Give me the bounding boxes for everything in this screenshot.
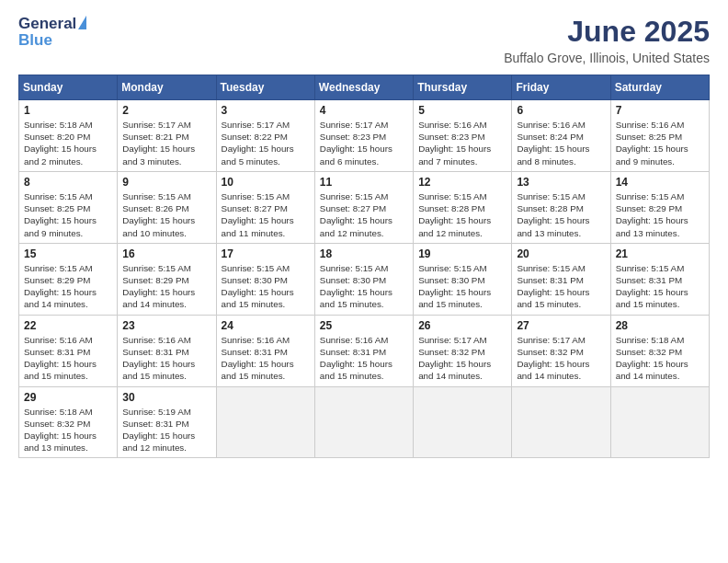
calendar-header-row: Sunday Monday Tuesday Wednesday Thursday…	[19, 75, 710, 100]
table-row: 8Sunrise: 5:15 AMSunset: 8:25 PMDaylight…	[19, 171, 118, 243]
header: General Blue June 2025 Buffalo Grove, Il…	[18, 15, 710, 65]
col-sunday: Sunday	[19, 75, 118, 100]
day-info: Sunrise: 5:17 AMSunset: 8:21 PMDaylight:…	[122, 119, 210, 167]
day-number: 25	[320, 319, 408, 332]
day-number: 26	[418, 319, 506, 332]
day-number: 6	[517, 104, 605, 117]
day-number: 27	[517, 319, 605, 332]
table-row: 12Sunrise: 5:15 AMSunset: 8:28 PMDayligh…	[414, 171, 512, 243]
table-row: 9Sunrise: 5:15 AMSunset: 8:26 PMDaylight…	[118, 171, 216, 243]
day-info: Sunrise: 5:15 AMSunset: 8:27 PMDaylight:…	[320, 190, 408, 239]
logo-general-text: General	[18, 15, 76, 33]
day-info: Sunrise: 5:15 AMSunset: 8:28 PMDaylight:…	[517, 190, 605, 239]
day-number: 22	[24, 319, 112, 332]
col-tuesday: Tuesday	[216, 75, 314, 100]
day-number: 17	[222, 247, 310, 260]
table-row: 13Sunrise: 5:15 AMSunset: 8:28 PMDayligh…	[512, 171, 610, 243]
day-number: 24	[222, 319, 310, 332]
table-row: 6Sunrise: 5:16 AMSunset: 8:24 PMDaylight…	[512, 100, 610, 172]
table-row: 23Sunrise: 5:16 AMSunset: 8:31 PMDayligh…	[118, 315, 216, 386]
table-row: 29Sunrise: 5:18 AMSunset: 8:32 PMDayligh…	[19, 386, 118, 458]
table-row	[414, 386, 512, 458]
day-number: 13	[517, 176, 605, 189]
day-info: Sunrise: 5:15 AMSunset: 8:30 PMDaylight:…	[222, 262, 310, 311]
day-info: Sunrise: 5:16 AMSunset: 8:31 PMDaylight:…	[222, 334, 310, 383]
day-number: 10	[222, 176, 310, 189]
title-block: June 2025 Buffalo Grove, Illinois, Unite…	[504, 15, 710, 65]
table-row	[610, 386, 709, 458]
day-info: Sunrise: 5:15 AMSunset: 8:29 PMDaylight:…	[24, 262, 112, 311]
table-row: 28Sunrise: 5:18 AMSunset: 8:32 PMDayligh…	[610, 315, 709, 386]
day-info: Sunrise: 5:17 AMSunset: 8:32 PMDaylight:…	[517, 334, 605, 383]
day-number: 12	[418, 176, 506, 189]
table-row: 22Sunrise: 5:16 AMSunset: 8:31 PMDayligh…	[19, 315, 118, 386]
day-info: Sunrise: 5:15 AMSunset: 8:25 PMDaylight:…	[24, 190, 112, 239]
logo-triangle-icon	[78, 16, 86, 29]
table-row: 25Sunrise: 5:16 AMSunset: 8:31 PMDayligh…	[314, 315, 413, 386]
subtitle: Buffalo Grove, Illinois, United States	[504, 51, 710, 65]
calendar-week-row: 8Sunrise: 5:15 AMSunset: 8:25 PMDaylight…	[19, 171, 710, 243]
day-info: Sunrise: 5:15 AMSunset: 8:31 PMDaylight:…	[517, 262, 605, 311]
day-info: Sunrise: 5:18 AMSunset: 8:32 PMDaylight:…	[616, 334, 704, 383]
page: General Blue June 2025 Buffalo Grove, Il…	[0, 0, 728, 563]
day-info: Sunrise: 5:15 AMSunset: 8:31 PMDaylight:…	[616, 262, 704, 311]
day-info: Sunrise: 5:18 AMSunset: 8:20 PMDaylight:…	[24, 119, 112, 167]
table-row: 14Sunrise: 5:15 AMSunset: 8:29 PMDayligh…	[610, 171, 709, 243]
day-number: 19	[418, 247, 506, 260]
table-row: 1Sunrise: 5:18 AMSunset: 8:20 PMDaylight…	[19, 100, 118, 172]
table-row	[216, 386, 314, 458]
table-row: 15Sunrise: 5:15 AMSunset: 8:29 PMDayligh…	[19, 243, 118, 315]
day-info: Sunrise: 5:15 AMSunset: 8:28 PMDaylight:…	[418, 190, 506, 239]
main-title: June 2025	[504, 15, 710, 49]
day-number: 7	[616, 104, 704, 117]
day-number: 9	[122, 176, 210, 189]
day-info: Sunrise: 5:15 AMSunset: 8:29 PMDaylight:…	[122, 262, 210, 311]
day-number: 11	[320, 176, 408, 189]
col-monday: Monday	[118, 75, 216, 100]
calendar-table: Sunday Monday Tuesday Wednesday Thursday…	[18, 75, 710, 458]
day-info: Sunrise: 5:16 AMSunset: 8:24 PMDaylight:…	[517, 119, 605, 167]
day-number: 4	[320, 104, 408, 117]
col-friday: Friday	[512, 75, 610, 100]
day-info: Sunrise: 5:15 AMSunset: 8:30 PMDaylight:…	[320, 262, 408, 311]
day-number: 18	[320, 247, 408, 260]
day-number: 23	[122, 319, 210, 332]
table-row: 21Sunrise: 5:15 AMSunset: 8:31 PMDayligh…	[610, 243, 709, 315]
table-row: 18Sunrise: 5:15 AMSunset: 8:30 PMDayligh…	[314, 243, 413, 315]
day-number: 2	[122, 104, 210, 117]
day-number: 5	[418, 104, 506, 117]
logo: General Blue	[18, 15, 86, 50]
table-row	[314, 386, 413, 458]
day-info: Sunrise: 5:15 AMSunset: 8:27 PMDaylight:…	[222, 190, 310, 239]
day-number: 15	[24, 247, 112, 260]
calendar-week-row: 15Sunrise: 5:15 AMSunset: 8:29 PMDayligh…	[19, 243, 710, 315]
table-row: 27Sunrise: 5:17 AMSunset: 8:32 PMDayligh…	[512, 315, 610, 386]
table-row: 26Sunrise: 5:17 AMSunset: 8:32 PMDayligh…	[414, 315, 512, 386]
calendar-week-row: 1Sunrise: 5:18 AMSunset: 8:20 PMDaylight…	[19, 100, 710, 172]
day-number: 20	[517, 247, 605, 260]
day-info: Sunrise: 5:16 AMSunset: 8:31 PMDaylight:…	[24, 334, 112, 383]
table-row: 16Sunrise: 5:15 AMSunset: 8:29 PMDayligh…	[118, 243, 216, 315]
day-number: 21	[616, 247, 704, 260]
table-row: 10Sunrise: 5:15 AMSunset: 8:27 PMDayligh…	[216, 171, 314, 243]
day-info: Sunrise: 5:16 AMSunset: 8:25 PMDaylight:…	[616, 119, 704, 167]
day-info: Sunrise: 5:18 AMSunset: 8:32 PMDaylight:…	[24, 406, 112, 454]
table-row: 11Sunrise: 5:15 AMSunset: 8:27 PMDayligh…	[314, 171, 413, 243]
table-row: 20Sunrise: 5:15 AMSunset: 8:31 PMDayligh…	[512, 243, 610, 315]
col-thursday: Thursday	[414, 75, 512, 100]
table-row: 19Sunrise: 5:15 AMSunset: 8:30 PMDayligh…	[414, 243, 512, 315]
day-number: 1	[24, 104, 112, 117]
table-row: 17Sunrise: 5:15 AMSunset: 8:30 PMDayligh…	[216, 243, 314, 315]
day-info: Sunrise: 5:16 AMSunset: 8:31 PMDaylight:…	[320, 334, 408, 383]
table-row	[512, 386, 610, 458]
day-info: Sunrise: 5:15 AMSunset: 8:29 PMDaylight:…	[616, 190, 704, 239]
table-row: 7Sunrise: 5:16 AMSunset: 8:25 PMDaylight…	[610, 100, 709, 172]
day-number: 30	[122, 391, 210, 404]
day-info: Sunrise: 5:15 AMSunset: 8:30 PMDaylight:…	[418, 262, 506, 311]
day-info: Sunrise: 5:16 AMSunset: 8:23 PMDaylight:…	[418, 119, 506, 167]
day-info: Sunrise: 5:17 AMSunset: 8:22 PMDaylight:…	[222, 119, 310, 167]
table-row: 4Sunrise: 5:17 AMSunset: 8:23 PMDaylight…	[314, 100, 413, 172]
day-info: Sunrise: 5:16 AMSunset: 8:31 PMDaylight:…	[122, 334, 210, 383]
day-info: Sunrise: 5:19 AMSunset: 8:31 PMDaylight:…	[122, 406, 210, 454]
table-row: 5Sunrise: 5:16 AMSunset: 8:23 PMDaylight…	[414, 100, 512, 172]
